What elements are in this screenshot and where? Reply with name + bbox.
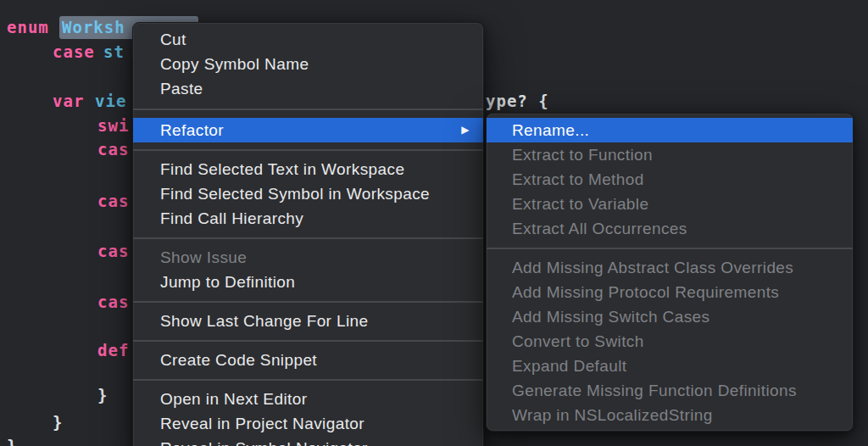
menu-item-reveal-in-project-navigator[interactable]: Reveal in Project Navigator — [133, 411, 483, 436]
code-fragment: cas — [97, 139, 129, 159]
menu-separator — [133, 294, 483, 309]
code-fragment-selected-symbol[interactable]: Worksh — [62, 17, 125, 37]
submenu-item-extract-to-function: Extract to Function — [487, 142, 853, 167]
menu-separator — [133, 372, 483, 387]
menu-item-label: Extract All Occurrences — [512, 220, 687, 237]
code-fragment: case — [53, 42, 95, 62]
code-fragment: def — [97, 340, 129, 360]
menu-item-find-call-hierarchy[interactable]: Find Call Hierarchy — [133, 206, 483, 231]
menu-separator — [133, 333, 483, 348]
menu-item-label: Paste — [160, 80, 203, 98]
submenu-item-wrap-in-nslocalizedstring: Wrap in NSLocalizedString — [487, 403, 853, 427]
menu-item-label: Create Code Snippet — [160, 351, 317, 369]
menu-item-show-last-change[interactable]: Show Last Change For Line — [133, 309, 483, 333]
menu-item-paste[interactable]: Paste — [133, 76, 483, 101]
menu-item-label: Add Missing Protocol Requirements — [512, 283, 779, 301]
menu-item-label: Extract to Function — [512, 146, 653, 164]
menu-item-label: Add Missing Switch Cases — [512, 308, 709, 326]
submenu-item-generate-missing-function-definitions: Generate Missing Function Definitions — [487, 378, 853, 403]
menu-item-create-code-snippet[interactable]: Create Code Snippet — [133, 348, 483, 372]
code-fragment: } — [53, 412, 63, 432]
menu-item-label: Convert to Switch — [512, 332, 644, 350]
code-fragment: var — [53, 91, 84, 111]
menu-item-label: Reveal in Project Navigator — [160, 415, 364, 432]
submenu-arrow-icon: ▶ — [461, 118, 470, 142]
menu-item-label: Refactor — [160, 121, 224, 139]
code-fragment: swi — [97, 115, 129, 136]
menu-item-find-selected-text[interactable]: Find Selected Text in Workspace — [133, 157, 483, 181]
menu-separator — [133, 101, 483, 118]
xcode-context-menu-screen: enum Worksh case st var vie ype? { swi c… — [0, 0, 868, 446]
menu-item-label: Wrap in NSLocalizedString — [512, 406, 713, 424]
menu-item-label: Open in Next Editor — [160, 390, 307, 408]
menu-separator — [133, 142, 483, 157]
menu-item-label: Expand Default — [512, 357, 627, 375]
submenu-item-add-missing-switch-cases: Add Missing Switch Cases — [487, 304, 853, 329]
code-fragment: } — [97, 385, 108, 405]
menu-item-label: Jump to Definition — [160, 273, 295, 291]
menu-item-label: Extract to Method — [512, 170, 644, 188]
menu-item-reveal-in-symbol-navigator[interactable]: Reveal in Symbol Navigator — [133, 436, 483, 446]
code-fragment: ype? { — [486, 91, 549, 111]
menu-item-label: Show Issue — [160, 248, 247, 266]
menu-item-label: Find Selected Symbol in Workspace — [160, 185, 430, 203]
menu-item-find-selected-symbol[interactable]: Find Selected Symbol in Workspace — [133, 181, 483, 206]
context-menu: Cut Copy Symbol Name Paste Refactor ▶ Fi… — [132, 22, 484, 446]
submenu-item-add-missing-abstract-class-overrides: Add Missing Abstract Class Overrides — [487, 255, 853, 280]
menu-item-label: Add Missing Abstract Class Overrides — [512, 259, 793, 276]
code-fragment: st — [103, 42, 125, 62]
menu-item-label: Find Call Hierarchy — [160, 209, 303, 227]
menu-item-label: Extract to Variable — [512, 195, 648, 213]
code-fragment: } — [7, 436, 17, 446]
menu-item-cut[interactable]: Cut — [133, 27, 483, 52]
menu-item-label: Show Last Change For Line — [160, 312, 369, 330]
menu-separator — [487, 241, 853, 255]
menu-item-copy-symbol-name[interactable]: Copy Symbol Name — [133, 52, 483, 76]
menu-item-label: Copy Symbol Name — [160, 55, 309, 73]
menu-item-show-issue: Show Issue — [133, 245, 483, 270]
submenu-item-rename[interactable]: Rename... — [487, 118, 853, 142]
submenu-item-extract-to-variable: Extract to Variable — [487, 192, 853, 216]
menu-item-refactor[interactable]: Refactor ▶ — [133, 118, 483, 142]
menu-item-label: Generate Missing Function Definitions — [512, 382, 797, 399]
submenu-item-add-missing-protocol-requirements: Add Missing Protocol Requirements — [487, 280, 853, 304]
code-fragment: cas — [97, 191, 129, 211]
code-fragment: enum — [7, 17, 49, 37]
menu-item-label: Reveal in Symbol Navigator — [160, 439, 368, 446]
menu-item-label: Rename... — [512, 121, 589, 139]
refactor-submenu: Rename... Extract to Function Extract to… — [486, 113, 854, 432]
menu-item-label: Find Selected Text in Workspace — [160, 160, 404, 178]
menu-item-jump-to-definition[interactable]: Jump to Definition — [133, 270, 483, 294]
code-fragment: vie — [95, 91, 126, 111]
submenu-item-extract-all-occurrences: Extract All Occurrences — [487, 216, 853, 241]
code-fragment: cas — [97, 241, 129, 261]
code-fragment: cas — [97, 292, 129, 312]
menu-item-label: Cut — [160, 31, 186, 48]
menu-item-open-in-next-editor[interactable]: Open in Next Editor — [133, 387, 483, 411]
submenu-item-extract-to-method: Extract to Method — [487, 167, 853, 192]
submenu-item-expand-default: Expand Default — [487, 354, 853, 378]
submenu-item-convert-to-switch: Convert to Switch — [487, 329, 853, 354]
menu-separator — [133, 231, 483, 245]
